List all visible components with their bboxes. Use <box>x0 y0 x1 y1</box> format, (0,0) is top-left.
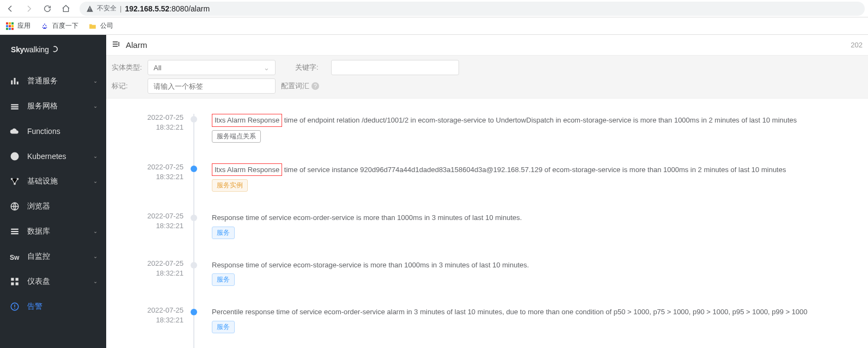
tag-input[interactable] <box>148 78 276 94</box>
squares-icon <box>10 277 20 286</box>
timeline-dot-icon <box>191 215 197 221</box>
alarm-item: 2022-07-2518:32:21Percentile response ti… <box>194 307 863 348</box>
sidebar-item-sw[interactable]: Sw自监控⌄ <box>0 244 106 269</box>
bookmark-apps[interactable]: 应用 <box>5 21 30 30</box>
sidebar-item-label: 服务网格 <box>27 101 58 111</box>
help-icon: ? <box>311 82 319 90</box>
svg-rect-10 <box>11 282 14 285</box>
alarm-tag[interactable]: 服务 <box>212 321 235 333</box>
chevron-down-icon: ⌄ <box>93 153 97 159</box>
sw-icon: Sw <box>10 252 20 261</box>
alarm-message: Response time of service ecom-storage-se… <box>212 260 863 271</box>
pie-icon <box>10 151 20 161</box>
bookmark-baidu[interactable]: 百度一下 <box>40 21 78 30</box>
address-bar[interactable]: 不安全 | 192.168.5.52:8080/alarm <box>80 2 865 16</box>
page-title: Alarm <box>126 40 147 50</box>
sidebar-item-label: Kubernetes <box>27 152 66 161</box>
app-root: Sk y walking 普通服务⌄服务网格⌄FunctionsKubernet… <box>0 35 868 348</box>
alarm-timestamp: 2022-07-2518:32:21 <box>113 211 184 231</box>
sidebar: Sk y walking 普通服务⌄服务网格⌄FunctionsKubernet… <box>0 35 106 348</box>
cloud-icon <box>10 126 20 136</box>
alarm-message: Percentile response time of service ecom… <box>212 307 863 318</box>
insecure-icon <box>86 5 94 13</box>
alarm-tag[interactable]: 服务 <box>212 227 235 239</box>
keyword-label: 关键字: <box>295 63 326 72</box>
url-host: 192.168.5.52:8080/alarm <box>125 4 210 13</box>
vocab-config-link[interactable]: 配置词汇 ? <box>281 81 319 91</box>
alarm-timestamp: 2022-07-2518:32:21 <box>113 113 184 132</box>
tag-label: 标记: <box>112 81 142 91</box>
stack-icon <box>10 227 20 236</box>
chevron-down-icon: ⌄ <box>93 278 97 284</box>
sidebar-item-stack[interactable]: 数据库⌄ <box>0 219 106 244</box>
folder-icon <box>88 22 97 30</box>
alert-icon <box>10 302 20 312</box>
sidebar-item-alert[interactable]: 告警 <box>0 294 106 319</box>
sidebar-item-bar-chart[interactable]: 普通服务⌄ <box>0 69 106 94</box>
back-button[interactable] <box>3 2 17 16</box>
svg-rect-11 <box>16 282 19 285</box>
apps-grid-icon <box>5 22 14 30</box>
sidebar-item-label: 数据库 <box>27 227 50 236</box>
chevron-down-icon: ⌄ <box>93 103 97 109</box>
sidebar-item-label: 自监控 <box>27 252 50 261</box>
timeline-dot-icon <box>191 262 197 268</box>
chevron-down-icon: ⌄ <box>93 253 97 259</box>
reload-button[interactable] <box>40 2 54 16</box>
filter-bar: 实体类型: All ⌄ 关键字: 标记: 配置词汇 ? <box>106 56 868 99</box>
sidebar-item-nodes[interactable]: 基础设施⌄ <box>0 169 106 194</box>
globe-icon <box>10 202 20 211</box>
alarm-item: 2022-07-2518:32:21Response time of servi… <box>194 260 863 307</box>
sidebar-item-label: 普通服务 <box>27 76 58 86</box>
header-right-text: 202 <box>851 41 863 49</box>
bar-chart-icon <box>10 76 20 86</box>
alarm-message: Itxs Alarm Response time of endpoint rel… <box>212 114 863 127</box>
sidebar-item-layers[interactable]: 服务网格⌄ <box>0 94 106 119</box>
alarm-message: Response time of service ecom-order-serv… <box>212 212 863 223</box>
bookmark-company[interactable]: 公司 <box>88 21 113 30</box>
topbar: Alarm 202 <box>106 35 868 56</box>
chevron-down-icon: ⌄ <box>93 178 97 184</box>
menu-toggle-icon[interactable] <box>112 40 120 50</box>
alarm-timestamp: 2022-07-2518:32:21 <box>113 259 184 278</box>
alarm-tag[interactable]: 服务实例 <box>212 179 248 192</box>
alarm-tag[interactable]: 服务端点关系 <box>212 130 261 143</box>
sidebar-item-label: 浏览器 <box>27 202 50 211</box>
alarm-timestamp: 2022-07-2518:32:21 <box>113 306 184 325</box>
timeline-dot-icon <box>191 309 197 315</box>
home-button[interactable] <box>59 2 73 16</box>
sidebar-item-pie[interactable]: Kubernetes⌄ <box>0 144 106 169</box>
sidebar-item-cloud[interactable]: Functions <box>0 119 106 144</box>
svg-rect-8 <box>11 278 14 280</box>
alarm-item: 2022-07-2518:32:21Response time of servi… <box>194 212 863 260</box>
svg-rect-9 <box>16 278 19 280</box>
alarm-timestamp: 2022-07-2518:32:21 <box>113 162 184 182</box>
chevron-down-icon: ⌄ <box>93 228 97 234</box>
entity-type-label: 实体类型: <box>112 63 142 72</box>
sidebar-item-globe[interactable]: 浏览器 <box>0 194 106 219</box>
browser-navbar: 不安全 | 192.168.5.52:8080/alarm <box>0 0 868 17</box>
bookmark-apps-label: 应用 <box>17 21 30 30</box>
insecure-label: 不安全 <box>97 4 117 13</box>
logo: Sk y walking <box>0 38 106 69</box>
alarm-tag[interactable]: 服务 <box>212 273 235 286</box>
sidebar-item-label: 仪表盘 <box>27 277 50 286</box>
svg-text:walking: walking <box>23 46 49 54</box>
bookmark-company-label: 公司 <box>100 21 113 30</box>
timeline-dot-icon <box>191 116 197 123</box>
sidebar-item-label: 告警 <box>27 302 42 312</box>
keyword-input[interactable] <box>331 60 459 75</box>
alarm-item: 2022-07-2518:32:21Itxs Alarm Response ti… <box>194 114 863 163</box>
layers-icon <box>10 101 20 111</box>
sidebar-item-squares[interactable]: 仪表盘⌄ <box>0 269 106 294</box>
svg-text:y: y <box>20 46 25 54</box>
sidebar-item-label: 基础设施 <box>27 176 58 186</box>
svg-text:Sk: Sk <box>11 46 20 54</box>
main-content: Alarm 202 实体类型: All ⌄ 关键字: 标记: 配置词汇 ? <box>106 35 868 348</box>
alarm-message: Itxs Alarm Response time of service inst… <box>212 163 863 176</box>
forward-button[interactable] <box>22 2 36 16</box>
alarm-timeline: 2022-07-2518:32:21Itxs Alarm Response ti… <box>106 99 868 348</box>
alarm-item: 2022-07-2518:32:21Itxs Alarm Response ti… <box>194 163 863 213</box>
svg-text:Sw: Sw <box>10 254 20 261</box>
entity-type-select[interactable]: All ⌄ <box>148 60 276 75</box>
